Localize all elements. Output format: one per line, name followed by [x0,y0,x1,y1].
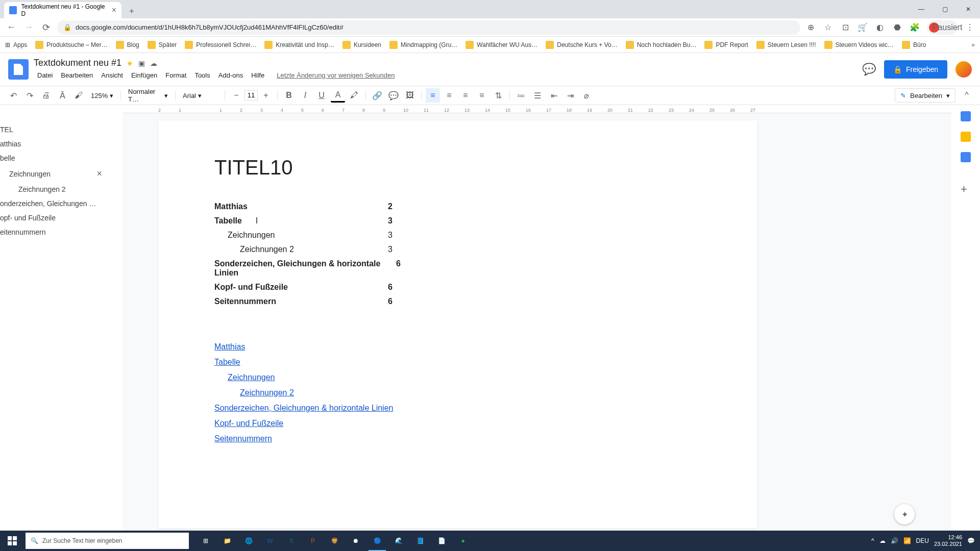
line-spacing-button[interactable]: ⇅ [491,88,505,103]
start-button[interactable] [0,531,24,551]
bookmark-item[interactable]: Später [148,41,177,49]
bulleted-list-button[interactable]: ☰ [530,88,545,103]
profile-chip[interactable]: Pausiert [927,20,958,35]
extension-adblock-icon[interactable]: ⬣ [892,22,902,33]
bookmark-star-icon[interactable]: ☆ [823,22,833,33]
bookmark-item[interactable]: Steuern Videos wic… [824,41,894,49]
app-icon[interactable]: 📘 [409,531,431,551]
toc-row[interactable]: Zeichnungen3 [214,228,536,242]
notepad-icon[interactable]: 📄 [431,531,452,551]
add-addon-icon[interactable]: + [961,183,971,193]
star-icon[interactable]: ★ [127,59,133,67]
highlight-button[interactable]: 🖍 [347,88,361,103]
extension-grey-icon[interactable]: ◐ [875,22,885,33]
toc-row[interactable]: Kopf- und Fußzeile6 [214,280,536,294]
reload-button[interactable]: ⟳ [40,21,52,34]
extension-cart-icon[interactable]: 🛒 [857,22,868,33]
menu-file[interactable]: Datei [34,69,56,81]
outline-item[interactable]: belle [0,151,122,165]
toc-link[interactable]: Sonderzeichen, Gleichungen & horizontale… [214,400,701,416]
language-indicator[interactable]: DEU [916,537,929,544]
zoom-icon[interactable]: ⊕ [805,22,816,33]
menu-insert[interactable]: Einfügen [128,69,161,81]
outline-item[interactable]: atthias [0,137,122,151]
text-color-button[interactable]: A [331,88,345,103]
docs-logo-icon[interactable] [8,59,29,80]
extensions-puzzle-icon[interactable]: 🧩 [910,22,920,33]
undo-button[interactable]: ↶ [6,88,20,103]
obs-icon[interactable]: ⏺ [345,531,366,551]
outline-item[interactable]: opf- und Fußzeile [0,211,122,225]
indent-decrease-button[interactable]: ⇤ [547,88,561,103]
outline-item[interactable]: TEL [0,122,122,137]
title-heading[interactable]: TITEL10 [214,156,701,179]
paint-format-button[interactable]: 🖌 [71,88,86,103]
document-page[interactable]: TITEL10 Matthias2 Tabelle I3 Zeichnungen… [158,120,757,529]
forward-button[interactable]: → [22,21,35,34]
cloud-status-icon[interactable]: ☁ [150,59,157,67]
bookmark-item[interactable]: Professionell Schrei… [185,41,256,49]
toc-link[interactable]: Kopf- und Fußzeile [214,416,701,431]
menu-addons[interactable]: Add-ons [215,69,247,81]
back-button[interactable]: ← [5,21,17,34]
keep-icon[interactable] [961,132,971,142]
close-window-icon[interactable]: ✕ [957,0,980,18]
menu-edit[interactable]: Bearbeiten [57,69,96,81]
toc-row[interactable]: Tabelle I3 [214,214,536,228]
align-justify-button[interactable]: ≡ [475,88,489,103]
bookmark-item[interactable]: Deutsche Kurs + Vo… [546,41,617,49]
toc-row[interactable]: Matthias2 [214,199,536,214]
share-button[interactable]: 🔒 Freigeben [884,60,947,79]
bookmark-item[interactable]: Noch hochladen Bu… [626,41,697,49]
menu-format[interactable]: Format [162,69,190,81]
horizontal-ruler[interactable]: 2112345678910111213141516171819202122232… [122,105,951,113]
outline-item[interactable]: Zeichnungen 2 [0,182,122,196]
maximize-icon[interactable]: ▢ [933,0,957,18]
file-explorer-icon[interactable]: 📁 [216,531,238,551]
spellcheck-button[interactable]: Ᾱ [55,88,69,103]
font-family-select[interactable]: Arial▾ [180,89,220,102]
account-avatar[interactable] [955,61,972,78]
bold-button[interactable]: B [282,88,296,103]
tasks-icon[interactable] [961,152,971,162]
notifications-icon[interactable]: 💬 [967,537,975,544]
document-canvas[interactable]: 2112345678910111213141516171819202122232… [122,105,951,531]
bookmark-item[interactable]: Wahlfächer WU Aus… [465,41,537,49]
new-tab-button[interactable]: + [125,4,139,18]
indent-increase-button[interactable]: ⇥ [563,88,577,103]
minimize-icon[interactable]: — [910,0,933,18]
wifi-icon[interactable]: 📶 [903,537,911,544]
menu-dots-icon[interactable]: ⋮ [965,22,975,33]
bookmark-item[interactable]: Kreativität und Insp… [264,41,334,49]
browser-tab[interactable]: Textdokument neu #1 - Google D × [4,2,121,18]
powerpoint-icon[interactable]: P [302,531,324,551]
zoom-select[interactable]: 125%▾ [88,89,116,102]
explore-button[interactable]: ✦ [894,504,915,524]
tray-chevron-icon[interactable]: ^ [871,537,874,544]
brave-icon[interactable]: 🦁 [324,531,345,551]
numbered-list-button[interactable]: ≔ [514,88,528,103]
close-tab-icon[interactable]: × [112,6,116,15]
clear-formatting-button[interactable]: ⌀ [579,88,594,103]
align-center-button[interactable]: ≡ [442,88,456,103]
italic-button[interactable]: I [298,88,312,103]
align-left-button[interactable]: ≡ [426,88,440,103]
insert-link-button[interactable]: 🔗 [370,88,384,103]
fontsize-value[interactable]: 11 [244,90,258,101]
redo-button[interactable]: ↷ [22,88,37,103]
word-icon[interactable]: W [259,531,281,551]
bookmark-item[interactable]: PDF Report [704,41,748,49]
menu-help[interactable]: Hilfe [248,69,268,81]
bookmark-item[interactable]: Steuern Lesen !!!! [756,41,816,49]
remove-heading-icon[interactable]: × [96,168,117,179]
last-change-link[interactable]: Letzte Änderung vor wenigen Sekunden [273,69,398,81]
add-comment-button[interactable]: 💬 [386,88,401,103]
insert-image-button[interactable]: 🖼 [403,88,417,103]
toc-link[interactable]: Tabelle [214,355,701,370]
edge-new-icon[interactable]: 🌊 [388,531,409,551]
cloud-icon[interactable]: ☁ [879,537,886,544]
task-view-icon[interactable]: ⊞ [195,531,216,551]
taskbar-search[interactable]: 🔍 Zur Suche Text hier eingeben [26,533,189,549]
move-icon[interactable]: ▣ [138,59,145,67]
bookmark-item[interactable]: Blog [116,41,139,49]
